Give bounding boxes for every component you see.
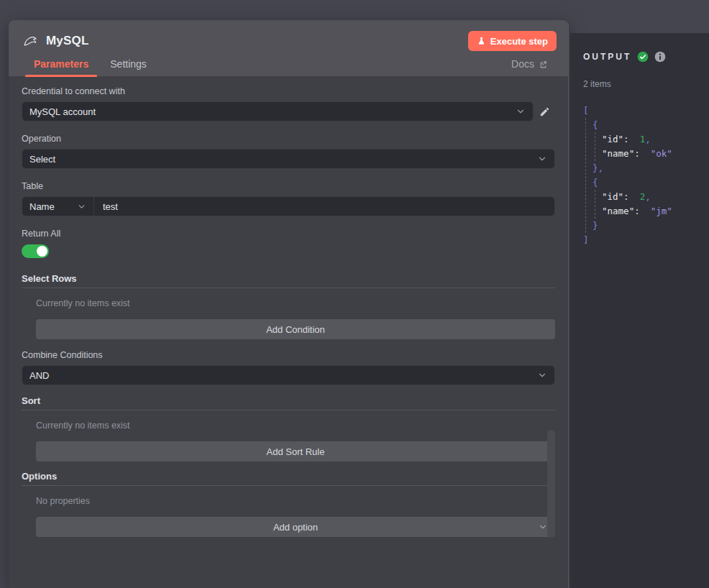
return-all-label: Return All (22, 229, 555, 239)
combine-conditions-label: Combine Conditions (22, 350, 555, 361)
table-label: Table (22, 181, 555, 192)
add-option-button[interactable]: Add option (36, 517, 555, 537)
table-mode-value: Name (29, 201, 55, 212)
docs-link[interactable]: Docs (511, 58, 557, 77)
edit-credential-button[interactable] (534, 101, 555, 121)
parameters-form: Credential to connect with MySQL account… (9, 76, 568, 537)
info-icon[interactable] (654, 51, 666, 63)
credential-select[interactable]: MySQL account (22, 101, 534, 121)
output-title: OUTPUT (583, 52, 631, 62)
flask-icon (477, 37, 486, 46)
chevron-down-icon (538, 522, 548, 534)
chevron-down-icon (77, 202, 86, 211)
select-rows-empty-text: Currently no items exist (36, 298, 555, 308)
add-condition-button[interactable]: Add Condition (36, 319, 555, 339)
node-title: MySQL (46, 34, 89, 48)
operation-select[interactable]: Select (22, 149, 555, 169)
combine-conditions-value: AND (29, 370, 49, 381)
json-viewer[interactable]: [{"id": 1,"name": "ok"},{"id": 2,"name":… (583, 104, 699, 247)
add-sort-rule-button[interactable]: Add Sort Rule (36, 441, 555, 461)
toggle-knob (37, 246, 47, 257)
pencil-icon (539, 106, 550, 117)
credential-value: MySQL account (29, 106, 96, 117)
section-sort: Sort (22, 396, 555, 410)
section-select-rows: Select Rows (22, 274, 555, 288)
scrollbar-thumb[interactable] (547, 430, 555, 538)
combine-conditions-select[interactable]: AND (22, 365, 555, 385)
external-link-icon (539, 60, 548, 69)
sort-empty-text: Currently no items exist (36, 421, 555, 431)
operation-value: Select (29, 154, 55, 165)
tab-parameters[interactable]: Parameters (25, 58, 97, 77)
items-count: 2 items (583, 79, 699, 89)
node-details-panel: MySQL Execute step Parameters Settings D… (9, 20, 569, 588)
table-mode-select[interactable]: Name (22, 197, 94, 216)
execute-step-label: Execute step (490, 36, 548, 47)
return-all-toggle[interactable] (22, 244, 49, 258)
options-empty-text: No properties (36, 496, 555, 506)
docs-label: Docs (511, 58, 534, 70)
success-check-icon (637, 51, 649, 63)
mysql-dolphin-icon (22, 32, 39, 50)
operation-label: Operation (22, 134, 555, 144)
section-options: Options (22, 472, 555, 486)
chevron-down-icon (537, 154, 547, 164)
node-header: MySQL Execute step Parameters Settings D… (9, 20, 568, 76)
execute-step-button[interactable]: Execute step (468, 31, 557, 51)
add-option-label: Add option (273, 522, 318, 533)
credential-label: Credential to connect with (22, 86, 555, 97)
table-name-input[interactable] (94, 197, 554, 216)
chevron-down-icon (516, 106, 526, 116)
output-panel: OUTPUT 2 items [{"id": 1,"name": "ok"},{… (570, 33, 709, 588)
tab-settings[interactable]: Settings (101, 58, 155, 77)
chevron-down-icon (537, 370, 547, 380)
